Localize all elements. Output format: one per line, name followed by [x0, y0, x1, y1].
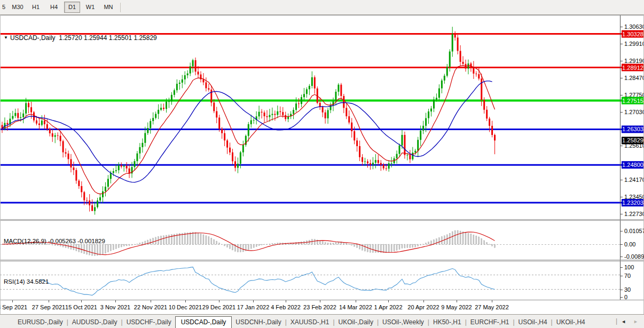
- price-tick-label: 1.27030: [624, 109, 644, 115]
- price-tick-label: 1.30630: [624, 23, 644, 30]
- price-badge-1.30328: 1.30328: [622, 30, 644, 38]
- candlestick-series: [2, 27, 496, 214]
- price-tick-label: 1.22730: [624, 211, 644, 217]
- rsi-panel-plot: 10070300: [0, 264, 634, 300]
- svg-text:1.30328: 1.30328: [622, 31, 643, 37]
- tab-xauusd-h1[interactable]: XAUUSD-,H1: [287, 317, 333, 328]
- macd-axis-label: 0.010578: [624, 228, 644, 234]
- price-badge-1.23203: 1.23203: [622, 199, 644, 206]
- rsi-axis-label: 0: [624, 294, 627, 300]
- tab-usdcnh-daily[interactable]: USDCNH-,Daily: [232, 317, 285, 328]
- date-tick-label: 27 Sep 2021: [32, 304, 65, 310]
- price-badge-1.27515: 1.27515: [622, 97, 644, 105]
- rsi-axis-label: 100: [624, 264, 634, 270]
- tab-usdcad-daily[interactable]: USDCAD-,Daily: [175, 316, 232, 328]
- date-tick-label: 14 Mar 2022: [339, 304, 372, 310]
- chart-window: 1.306301.299101.291901.284701.277501.270…: [0, 15, 644, 314]
- timeframe-button-MN[interactable]: MN: [100, 2, 116, 13]
- date-tick-label: 3 Nov 2021: [100, 304, 130, 310]
- rsi-line: [39, 267, 494, 295]
- svg-text:1.28912: 1.28912: [622, 65, 643, 71]
- tabs-scroll-left-icon[interactable]: ◄: [617, 319, 630, 324]
- date-tick-label: 29 Dec 2021: [202, 304, 235, 310]
- timeframe-button-D1[interactable]: D1: [64, 2, 80, 13]
- date-tick-label: 23 Feb 2022: [303, 304, 336, 310]
- date-tick-label: 4 Feb 2022: [271, 304, 301, 310]
- tab-usdchf-daily[interactable]: USDCHF-,Daily: [123, 317, 175, 328]
- date-tick-label: 27 May 2022: [475, 304, 509, 310]
- chart-title-ohlc: 1.25720 1.25944 1.25501 1.25829: [59, 34, 157, 42]
- timeframe-button-W1[interactable]: W1: [82, 2, 98, 13]
- tab-scroll-controls: |◄►: [616, 315, 644, 328]
- chart-title-symbol: USDCAD-,Daily: [10, 34, 56, 42]
- tabs-scroll-right-icon[interactable]: ►: [630, 319, 642, 324]
- svg-text:1.26303: 1.26303: [622, 126, 643, 132]
- price-tick-label: 1.28470: [624, 75, 644, 81]
- date-tick-label: 20 Apr 2022: [407, 304, 439, 310]
- price-badge-1.28912: 1.28912: [622, 64, 644, 71]
- support-resistance-lines[interactable]: [0, 34, 623, 203]
- macd-indicator-label: MACD(12,26,9) -0.005263 -0.001829: [4, 238, 105, 244]
- tab-eurusd-daily[interactable]: EURUSD-,Daily: [14, 317, 67, 328]
- date-tick-label: 1 Apr 2022: [374, 304, 402, 310]
- chart-dropdown-icon[interactable]: ▼: [4, 35, 8, 40]
- price-badge-1.24800: 1.24800: [622, 161, 644, 169]
- tab-eurchf-h1[interactable]: EURCHF-,H1: [467, 317, 513, 328]
- date-axis[interactable]: 8 Sep 202127 Sep 202115 Oct 20213 Nov 20…: [0, 300, 509, 310]
- timeframe-button-M30[interactable]: M30: [10, 2, 26, 13]
- symbol-tabbar: EURUSD-,Daily|AUDUSD-,Daily|USDCHF-,Dail…: [0, 314, 644, 328]
- date-tick-label: 8 Sep 2021: [0, 304, 27, 310]
- tab-hk50-h1[interactable]: HK50-,H1: [429, 317, 465, 328]
- timeframe-button-H1[interactable]: H1: [28, 2, 44, 13]
- tab-audusd-daily[interactable]: AUDUSD-,Daily: [68, 317, 121, 328]
- macd-axis-label: -0.00896: [624, 253, 644, 260]
- ma-slow-line: [2, 81, 492, 182]
- rsi-indicator-label: RSI(14) 34.5821: [4, 278, 49, 285]
- price-tick-label: 1.29910: [624, 41, 644, 47]
- date-tick-label: 10 Dec 2021: [169, 304, 202, 310]
- date-tick-label: 15 Oct 2021: [65, 304, 97, 310]
- date-tick-label: 9 May 2022: [441, 304, 472, 310]
- rsi-axis-label: 70: [624, 273, 631, 279]
- timeframe-button-H4[interactable]: H4: [46, 2, 62, 13]
- tab-ukoil-daily[interactable]: UKOil-,Daily: [335, 317, 377, 328]
- timeframe-button-5[interactable]: 5: [0, 2, 7, 13]
- tab-ukoil-h4[interactable]: UKOil-,H4: [553, 317, 589, 328]
- date-tick-label: 17 Jan 2022: [237, 304, 270, 310]
- tab-usoil-h4[interactable]: USOil-,H4: [515, 317, 551, 328]
- svg-text:1.25829: 1.25829: [622, 137, 643, 143]
- timeframe-toolbar: 5M30H1H4D1W1MN: [0, 0, 644, 15]
- svg-text:1.24800: 1.24800: [622, 162, 643, 168]
- svg-text:1.23203: 1.23203: [622, 199, 643, 206]
- macd-axis-label: 0.00: [624, 241, 635, 247]
- chart-title: ▼USDCAD-,Daily 1.25720 1.25944 1.25501 1…: [4, 34, 157, 42]
- tab-usoil-weekly[interactable]: USOil-,Weekly: [379, 317, 428, 328]
- date-tick-label: 22 Nov 2021: [134, 304, 167, 310]
- chart-canvas[interactable]: 1.306301.299101.291901.284701.277501.270…: [0, 15, 644, 314]
- svg-text:1.27515: 1.27515: [622, 98, 643, 104]
- price-badge-1.26303: 1.26303: [622, 125, 644, 133]
- price-tick-label: 1.29190: [624, 58, 644, 64]
- price-badge-1.25829: 1.25829: [622, 137, 644, 144]
- rsi-axis-label: 30: [624, 286, 631, 293]
- price-tick-label: 1.24170: [624, 177, 644, 183]
- toolbar-separator: [120, 3, 121, 12]
